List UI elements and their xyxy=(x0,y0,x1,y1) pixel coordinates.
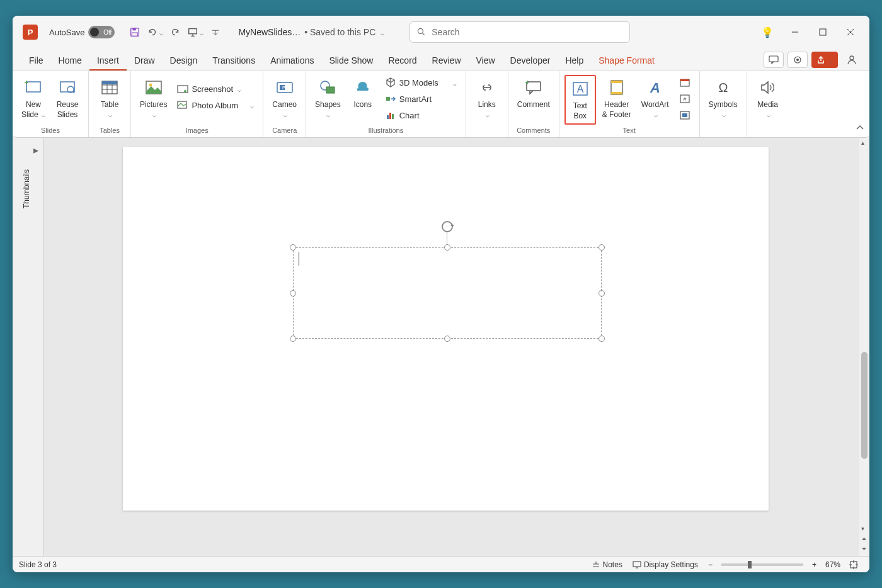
next-slide-button[interactable]: ⏷ xyxy=(861,545,868,552)
display-label: Display Settings xyxy=(644,560,698,569)
text-cursor xyxy=(299,252,299,266)
tab-draw[interactable]: Draw xyxy=(127,50,163,71)
number-icon: # xyxy=(679,93,690,105)
tab-record[interactable]: Record xyxy=(381,50,424,71)
comments-pane-button[interactable] xyxy=(764,52,784,68)
reuse-slides-label: Reuse Slides xyxy=(57,100,79,120)
save-button[interactable] xyxy=(127,24,143,40)
tab-slideshow[interactable]: Slide Show xyxy=(321,50,381,71)
resize-handle-tl[interactable] xyxy=(290,244,296,251)
undo-button[interactable] xyxy=(147,24,163,40)
zoom-out-button[interactable]: − xyxy=(708,560,713,569)
camera-pane-button[interactable] xyxy=(788,52,808,68)
slide-canvas-area: ▴ ▾ ⏶ ⏷ xyxy=(44,138,869,556)
close-button[interactable] xyxy=(837,18,864,46)
tab-transitions[interactable]: Transitions xyxy=(205,50,263,71)
selected-text-box[interactable] xyxy=(293,247,602,339)
media-button[interactable]: Media xyxy=(752,75,784,122)
qat-customize[interactable] xyxy=(207,24,224,40)
tab-shape-format[interactable]: Shape Format xyxy=(591,50,662,71)
toggle-switch[interactable]: Off xyxy=(88,26,115,38)
svg-rect-10 xyxy=(26,82,40,92)
tab-review[interactable]: Review xyxy=(425,50,469,71)
resize-handle-ml[interactable] xyxy=(290,290,296,297)
shapes-label: Shapes xyxy=(315,100,341,120)
symbols-button[interactable]: Ω Symbols xyxy=(705,75,742,122)
chart-button[interactable]: Chart xyxy=(381,108,461,123)
reuse-slides-button[interactable]: Reuse Slides xyxy=(52,75,83,122)
svg-rect-27 xyxy=(389,113,391,119)
notes-button[interactable]: Notes xyxy=(592,560,622,569)
svg-rect-44 xyxy=(633,562,641,567)
document-title[interactable]: MyNewSlides… • Saved to this PC xyxy=(238,26,384,38)
lightbulb-button[interactable]: 💡 xyxy=(753,18,781,46)
resize-handle-mr[interactable] xyxy=(598,290,605,297)
new-slide-button[interactable]: New Slide xyxy=(18,75,49,122)
tab-animations[interactable]: Animations xyxy=(263,50,321,71)
tab-help[interactable]: Help xyxy=(558,50,591,71)
tab-design[interactable]: Design xyxy=(163,50,205,71)
table-button[interactable]: Table xyxy=(94,75,125,122)
header-footer-button[interactable]: Header & Footer xyxy=(598,75,635,122)
search-box[interactable] xyxy=(410,21,630,43)
display-settings-button[interactable]: Display Settings xyxy=(633,560,698,569)
collapse-ribbon-button[interactable] xyxy=(856,122,864,133)
text-box-button[interactable]: A Text Box xyxy=(564,75,596,125)
svg-text:A: A xyxy=(650,80,660,95)
tab-insert[interactable]: Insert xyxy=(89,50,127,71)
resize-handle-bl[interactable] xyxy=(290,336,296,342)
save-status: • Saved to this PC xyxy=(304,27,375,37)
resize-handle-tm[interactable] xyxy=(444,244,450,251)
object-button[interactable] xyxy=(675,108,694,123)
photo-album-button[interactable]: Photo Album xyxy=(173,98,258,113)
tab-developer[interactable]: Developer xyxy=(503,50,558,71)
resize-handle-br[interactable] xyxy=(598,336,605,342)
fit-to-window-button[interactable] xyxy=(849,560,858,569)
wordart-button[interactable]: A WordArt xyxy=(638,75,673,122)
slide-number-button[interactable]: # xyxy=(675,91,694,106)
tab-view[interactable]: View xyxy=(469,50,503,71)
photo-album-icon xyxy=(177,99,188,111)
scroll-down-arrow[interactable]: ▾ xyxy=(861,525,864,532)
new-slide-label: New Slide xyxy=(21,100,45,120)
resize-handle-tr[interactable] xyxy=(598,244,605,251)
screenshot-button[interactable]: Screenshot xyxy=(173,81,258,96)
shapes-button[interactable]: Shapes xyxy=(311,75,345,122)
autosave-toggle[interactable]: AutoSave Off xyxy=(49,26,115,38)
chart-label: Chart xyxy=(399,111,420,120)
search-input[interactable] xyxy=(432,27,623,37)
account-button[interactable] xyxy=(844,52,860,68)
date-time-button[interactable] xyxy=(675,75,694,90)
3d-models-button[interactable]: 3D Models xyxy=(381,75,461,90)
thumbnails-pane[interactable]: ▸ Thumbnails xyxy=(13,138,44,556)
prev-slide-button[interactable]: ⏶ xyxy=(861,535,868,542)
tab-file[interactable]: File xyxy=(21,50,51,71)
vertical-scrollbar[interactable]: ▴ ▾ ⏶ ⏷ xyxy=(859,138,869,556)
redo-button[interactable] xyxy=(167,24,183,40)
links-button[interactable]: Links xyxy=(471,75,503,122)
cameo-button[interactable]: P Cameo xyxy=(268,75,301,122)
rotate-handle[interactable] xyxy=(438,218,456,238)
tab-home[interactable]: Home xyxy=(51,50,89,71)
slide-canvas[interactable] xyxy=(123,147,769,511)
pictures-button[interactable]: Pictures xyxy=(136,75,171,122)
resize-handle-bm[interactable] xyxy=(444,336,450,342)
icons-button[interactable]: Icons xyxy=(347,75,379,113)
zoom-slider-thumb[interactable] xyxy=(748,561,752,568)
expand-thumbnails-button[interactable]: ▸ xyxy=(33,144,38,156)
3d-models-label: 3D Models xyxy=(399,78,438,88)
maximize-button[interactable] xyxy=(809,18,837,46)
scroll-up-arrow[interactable]: ▴ xyxy=(861,139,864,146)
group-comments: Comment Comments xyxy=(508,71,559,137)
comment-button[interactable]: Comment xyxy=(513,75,554,113)
zoom-in-button[interactable]: + xyxy=(812,560,816,569)
scrollbar-thumb[interactable] xyxy=(861,352,868,459)
smartart-button[interactable]: SmartArt xyxy=(381,91,461,106)
zoom-slider[interactable] xyxy=(721,563,803,566)
svg-point-9 xyxy=(850,56,854,60)
share-button[interactable] xyxy=(811,52,838,68)
slide-indicator[interactable]: Slide 3 of 3 xyxy=(19,560,57,569)
minimize-button[interactable] xyxy=(781,18,809,46)
present-button[interactable] xyxy=(187,24,203,40)
zoom-level[interactable]: 67% xyxy=(825,560,840,569)
